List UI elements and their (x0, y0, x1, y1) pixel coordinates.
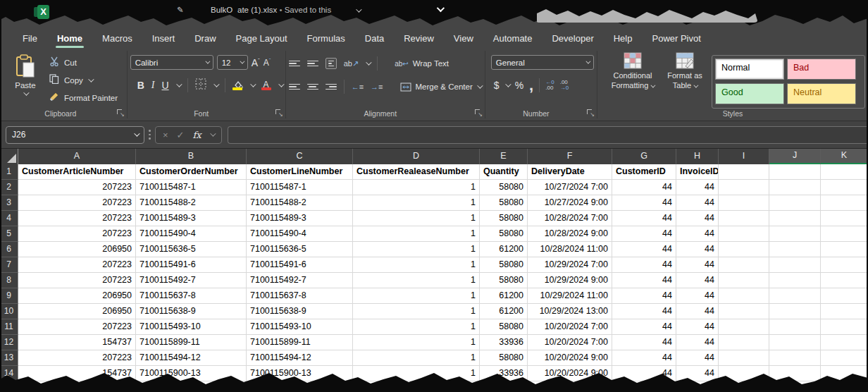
column-header-K[interactable]: K (821, 149, 868, 164)
column-header-B[interactable]: B (136, 149, 247, 164)
cell-A6[interactable]: 206950 (18, 242, 136, 257)
cell-E7[interactable]: 58080 (480, 257, 528, 273)
accounting-dropdown-icon[interactable] (505, 81, 511, 87)
font-name-combo[interactable]: Calibri (130, 55, 213, 70)
cell-I12[interactable] (719, 335, 769, 350)
format-painter-button[interactable]: Format Painter (49, 92, 118, 104)
cell-B2[interactable]: 7100115487-1 (136, 180, 247, 195)
cell-E2[interactable]: 58080 (480, 180, 528, 195)
cell-K6[interactable] (821, 242, 868, 257)
cell-style-good[interactable]: Good (715, 83, 784, 104)
tab-automate[interactable]: Automate (483, 30, 542, 47)
cell-G7[interactable]: 44 (612, 257, 676, 273)
tab-view[interactable]: View (444, 30, 483, 47)
cell-D1[interactable]: CustomerRealeaseNumber (353, 164, 480, 180)
row-header-6[interactable]: 6 (0, 242, 18, 257)
cell-F10[interactable]: 10/29/2024 13:00 (528, 304, 612, 319)
middle-align-button[interactable] (307, 61, 318, 67)
tab-data[interactable]: Data (355, 30, 394, 47)
cell-H6[interactable]: 44 (676, 242, 719, 257)
cell-J11[interactable] (769, 319, 821, 335)
cell-C1[interactable]: CustomerLineNumber (247, 164, 353, 180)
tab-help[interactable]: Help (604, 30, 643, 47)
borders-button[interactable] (195, 78, 206, 92)
cell-B6[interactable]: 7100115636-5 (136, 242, 247, 257)
cell-C6[interactable]: 7100115636-5 (247, 242, 353, 257)
cell-G1[interactable]: CustomerID (612, 164, 676, 180)
fill-color-dropdown-icon[interactable] (250, 81, 256, 87)
cell-A5[interactable]: 207223 (18, 226, 136, 242)
cell-C3[interactable]: 7100115488-2 (247, 195, 353, 211)
cell-F2[interactable]: 10/27/2024 7:00 (528, 180, 612, 195)
cell-F5[interactable]: 10/28/2024 9:00 (528, 226, 612, 242)
cell-H3[interactable]: 44 (676, 195, 719, 211)
tab-power-pivot[interactable]: Power Pivot (642, 30, 710, 47)
row-header-3[interactable]: 3 (0, 195, 18, 211)
row-header-8[interactable]: 8 (0, 273, 18, 288)
cell-D11[interactable]: 1 (353, 319, 480, 335)
cell-E12[interactable]: 33936 (480, 335, 528, 350)
row-header-2[interactable]: 2 (0, 180, 18, 195)
cell-C5[interactable]: 7100115490-4 (247, 226, 353, 242)
cell-E6[interactable]: 61200 (480, 242, 528, 257)
cell-A7[interactable]: 207223 (18, 257, 136, 273)
cell-D12[interactable]: 1 (353, 335, 480, 350)
number-format-combo[interactable]: General (491, 55, 594, 70)
number-dialog-launcher-icon[interactable] (587, 109, 594, 116)
underline-dropdown-icon[interactable] (176, 81, 182, 87)
cell-I3[interactable] (719, 195, 769, 211)
cell-B12[interactable]: 7100115899-11 (136, 335, 247, 350)
cell-J2[interactable] (769, 180, 821, 195)
cell-D6[interactable]: 1 (353, 242, 480, 257)
column-header-D[interactable]: D (353, 149, 480, 164)
name-box-dropdown-icon[interactable] (134, 130, 140, 136)
cell-G2[interactable]: 44 (612, 180, 676, 195)
top-align-button[interactable] (289, 61, 300, 67)
align-right-button[interactable] (326, 84, 337, 90)
paste-button[interactable]: Paste (7, 52, 44, 104)
cell-B7[interactable]: 7100115491-6 (136, 257, 247, 273)
cell-A3[interactable]: 207223 (18, 195, 136, 211)
cell-E4[interactable]: 58080 (480, 211, 528, 226)
decrease-decimal-button[interactable]: .00→0 (560, 80, 569, 91)
cell-D9[interactable]: 1 (353, 288, 480, 304)
cell-D7[interactable]: 1 (353, 257, 480, 273)
cell-H7[interactable]: 44 (676, 257, 719, 273)
increase-indent-button[interactable]: →≡ (371, 82, 383, 91)
cell-I6[interactable] (719, 242, 769, 257)
cell-G5[interactable]: 44 (612, 226, 676, 242)
cell-G12[interactable]: 44 (612, 335, 676, 350)
cell-E5[interactable]: 58080 (480, 226, 528, 242)
cell-H2[interactable]: 44 (676, 180, 719, 195)
column-header-F[interactable]: F (528, 149, 612, 164)
cell-H1[interactable]: InvoiceID (676, 164, 719, 180)
cell-G3[interactable]: 44 (612, 195, 676, 211)
cell-I5[interactable] (719, 226, 769, 242)
cell-A1[interactable]: CustomerArticleNumber (18, 164, 136, 180)
cell-B8[interactable]: 7100115492-7 (136, 273, 247, 288)
cell-B11[interactable]: 7100115493-10 (136, 319, 247, 335)
cell-D10[interactable]: 1 (353, 304, 480, 319)
cell-J6[interactable] (769, 242, 821, 257)
cell-I4[interactable] (719, 211, 769, 226)
row-header-12[interactable]: 12 (0, 335, 18, 350)
cell-E3[interactable]: 58080 (480, 195, 528, 211)
cell-D4[interactable]: 1 (353, 211, 480, 226)
cell-C10[interactable]: 7100115638-9 (247, 304, 353, 319)
copy-dropdown-icon[interactable] (88, 76, 94, 82)
cell-B1[interactable]: CustomerOrderNumber (136, 164, 247, 180)
cell-G9[interactable]: 44 (612, 288, 676, 304)
cell-K2[interactable] (821, 180, 868, 195)
insert-function-icon[interactable]: fx (193, 130, 202, 140)
fill-color-button[interactable] (232, 81, 243, 90)
cell-D2[interactable]: 1 (353, 180, 480, 195)
tab-draw[interactable]: Draw (185, 30, 225, 47)
percent-style-button[interactable]: % (515, 80, 523, 91)
column-header-E[interactable]: E (480, 149, 528, 164)
cell-J8[interactable] (769, 273, 821, 288)
column-header-H[interactable]: H (676, 149, 719, 164)
cell-C2[interactable]: 7100115487-1 (247, 180, 353, 195)
bottom-align-button[interactable] (326, 58, 337, 70)
cell-F12[interactable]: 10/20/2024 7:00 (528, 335, 612, 350)
cell-K11[interactable] (821, 319, 868, 335)
